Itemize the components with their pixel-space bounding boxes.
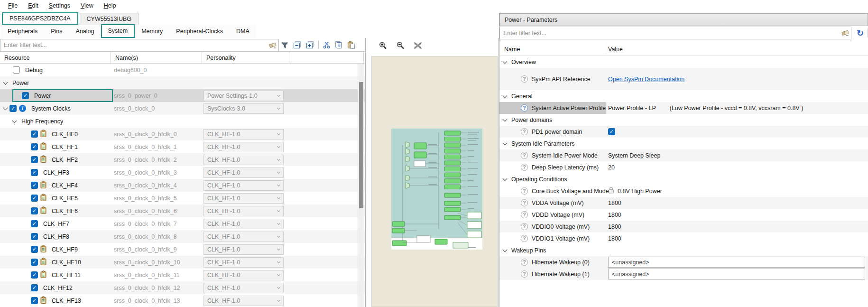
tree-row-clk_hf6[interactable]: ✓CLK_HF6srss_0_clock_0_hfclk_6CLK_HF-1.0 <box>0 205 365 217</box>
resource-checkbox[interactable]: ✓ <box>31 233 38 240</box>
resource-checkbox[interactable] <box>13 66 20 74</box>
tree-row-clk_hf10[interactable]: ✓CLK_HF10srss_0_clock_0_hfclk_10CLK_HF-1… <box>0 256 365 269</box>
tree-row-system-clocks[interactable]: ✓iSystem Clockssrss_0_clock_0SysClocks-3… <box>0 102 365 115</box>
personality-select[interactable]: CLK_HF-1.0 <box>203 193 284 204</box>
copy-icon[interactable] <box>333 40 344 50</box>
collapse-all-icon[interactable] <box>292 40 303 50</box>
resource-checkbox[interactable]: ✓ <box>31 195 38 202</box>
chevron-down-icon[interactable] <box>503 59 508 64</box>
resource-checkbox[interactable]: ✓ <box>31 271 38 279</box>
param-row-system-idle-power-mode[interactable]: ?System Idle Power ModeSystem Deep Sleep <box>499 149 868 161</box>
personality-select[interactable]: CLK_HF-1.0 <box>203 296 284 306</box>
resource-checkbox[interactable]: ✓ <box>31 220 38 227</box>
resource-checkbox[interactable]: ✓ <box>31 246 38 253</box>
param-row-hibernate-wakeup-0-[interactable]: ?Hibernate Wakeup (0)<unassigned> <box>499 256 868 268</box>
scrollbar-thumb[interactable] <box>359 82 363 208</box>
paste-icon[interactable] <box>346 40 356 50</box>
help-icon[interactable]: ? <box>521 223 528 230</box>
tab-system[interactable]: System <box>101 24 135 38</box>
param-value-field[interactable]: <unassigned> <box>608 257 865 268</box>
left-filter-input[interactable] <box>0 39 279 52</box>
resource-checkbox[interactable]: ✓ <box>31 297 38 304</box>
menu-file[interactable]: File <box>4 1 22 10</box>
vertical-scrollbar[interactable] <box>358 64 364 307</box>
param-row-syspm-api-reference[interactable]: ?SysPm API ReferenceOpen SysPm Documenta… <box>499 68 868 90</box>
param-row-vddio0-voltage-mv-[interactable]: ?VDDIO0 Voltage (mV)1800 <box>499 221 868 233</box>
resource-checkbox[interactable]: ✓ <box>31 169 38 176</box>
info-icon[interactable]: i <box>19 105 26 112</box>
resource-checkbox[interactable]: ✓ <box>31 156 38 163</box>
menu-settings[interactable]: Settings <box>45 1 74 10</box>
resource-checkbox[interactable]: ✓ <box>31 284 38 291</box>
personality-select[interactable]: SysClocks-3.0 <box>203 103 284 114</box>
param-checkbox[interactable]: ✓ <box>608 128 615 135</box>
chevron-down-icon[interactable] <box>12 118 17 123</box>
tree-row-debug[interactable]: Debugdebug600_0 <box>0 64 365 76</box>
param-row-vddd-voltage-mv-[interactable]: ?VDDD Voltage (mV)1800 <box>499 209 868 221</box>
tree-row-clk_hf12[interactable]: ✓CLK_HF12srss_0_clock_0_hfclk_12CLK_HF-1… <box>0 281 365 294</box>
param-row-system-active-power-profile[interactable]: ?System Active Power ProfilePower Profil… <box>499 102 868 114</box>
chevron-down-icon[interactable] <box>503 247 508 252</box>
tab-analog[interactable]: Analog <box>69 25 101 38</box>
tree-row-clk_hf9[interactable]: ✓CLK_HF9srss_0_clock_0_hfclk_9CLK_HF-1.0 <box>0 243 365 256</box>
personality-select[interactable]: CLK_HF-1.0 <box>203 257 284 268</box>
device-tab-pse846gps2dbzc4a[interactable]: PSE846GPS2DBZC4A <box>2 12 78 25</box>
tree-row-power[interactable]: Power <box>0 76 365 89</box>
resource-checkbox[interactable]: ✓ <box>31 143 38 150</box>
resource-checkbox[interactable]: ✓ <box>9 105 17 112</box>
personality-select[interactable]: CLK_HF-1.0 <box>203 232 284 242</box>
chevron-down-icon[interactable] <box>3 105 8 110</box>
tree-row-clk_hf13[interactable]: ✓CLK_HF13srss_0_clock_0_hfclk_13CLK_HF-1… <box>0 294 365 307</box>
device-tab-cyw55513iubg[interactable]: CYW55513IUBG <box>80 13 139 25</box>
help-icon[interactable]: ? <box>521 128 528 135</box>
personality-select[interactable]: CLK_HF-1.0 <box>203 155 284 165</box>
cut-icon[interactable] <box>322 40 332 50</box>
tab-peripherals[interactable]: Peripherals <box>1 25 44 38</box>
help-icon[interactable]: ? <box>521 199 528 206</box>
tree-row-high-frequency[interactable]: High Frequency <box>0 115 365 128</box>
zoom-fit-icon[interactable] <box>412 41 424 50</box>
help-icon[interactable]: ? <box>521 164 528 171</box>
param-value-link[interactable]: Open SysPm Documentation <box>608 76 684 83</box>
menu-help[interactable]: Help <box>100 1 120 10</box>
tab-peripheral-clocks[interactable]: Peripheral-Clocks <box>169 25 230 38</box>
resource-checkbox[interactable]: ✓ <box>22 92 29 99</box>
tree-row-clk_hf11[interactable]: ✓CLK_HF11srss_0_clock_0_hfclk_11CLK_HF-1… <box>0 269 365 281</box>
param-row-core-buck-voltage-and-mode[interactable]: ?Core Buck Voltage and Mode0.8V High Pow… <box>499 185 868 197</box>
resource-checkbox[interactable]: ✓ <box>31 182 38 189</box>
param-value-field[interactable]: <unassigned> <box>608 269 865 279</box>
parameters-filter-input[interactable] <box>499 27 851 39</box>
param-row-pd1-power-domain[interactable]: ?PD1 power domain✓ <box>499 126 868 138</box>
tree-row-clk_hf4[interactable]: ✓CLK_HF4srss_0_clock_0_hfclk_4CLK_HF-1.0 <box>0 179 365 192</box>
chevron-down-icon[interactable] <box>503 176 508 181</box>
menu-view[interactable]: View <box>76 1 98 10</box>
eraser-icon[interactable] <box>269 42 277 50</box>
help-icon[interactable]: ? <box>521 211 528 218</box>
tree-row-power[interactable]: ✓Powersrss_0_power_0Power Settings-1.0 <box>0 89 365 102</box>
resource-checkbox[interactable]: ✓ <box>31 207 38 214</box>
tree-row-clk_hf1[interactable]: ✓CLK_HF1srss_0_clock_0_hfclk_1CLK_HF-1.0 <box>0 140 365 153</box>
eraser-icon[interactable] <box>841 29 850 37</box>
personality-select[interactable]: CLK_HF-1.0 <box>203 180 284 191</box>
help-icon[interactable]: ? <box>521 104 528 112</box>
tree-row-clk_hf7[interactable]: ✓CLK_HF7srss_0_clock_0_hfclk_7CLK_HF-1.0 <box>0 217 365 230</box>
tab-memory[interactable]: Memory <box>135 25 169 38</box>
zoom-in-icon[interactable] <box>377 40 389 51</box>
personality-select[interactable]: CLK_HF-1.0 <box>203 244 284 255</box>
chevron-down-icon[interactable] <box>3 80 8 84</box>
tree-row-clk_hf3[interactable]: ✓CLK_HF3srss_0_clock_0_hfclk_3CLK_HF-1.0 <box>0 166 365 179</box>
param-row-vddio1-voltage-mv-[interactable]: ?VDDIO1 Voltage (mV)1800 <box>499 233 868 244</box>
personality-select[interactable]: CLK_HF-1.0 <box>203 283 284 293</box>
zoom-out-icon[interactable] <box>395 40 406 51</box>
tree-row-clk_hf2[interactable]: ✓CLK_HF2srss_0_clock_0_hfclk_2CLK_HF-1.0 <box>0 153 365 166</box>
resource-checkbox[interactable]: ✓ <box>31 130 38 138</box>
personality-select[interactable]: CLK_HF-1.0 <box>203 167 284 178</box>
personality-select[interactable]: CLK_HF-1.0 <box>203 270 284 280</box>
menu-edit[interactable]: Edit <box>24 1 43 10</box>
resource-checkbox[interactable]: ✓ <box>31 259 38 266</box>
help-icon[interactable]: ? <box>521 270 528 278</box>
help-icon[interactable]: ? <box>521 75 528 83</box>
chevron-down-icon[interactable] <box>503 117 508 121</box>
help-icon[interactable]: ? <box>521 235 528 242</box>
chevron-down-icon[interactable] <box>503 93 508 98</box>
